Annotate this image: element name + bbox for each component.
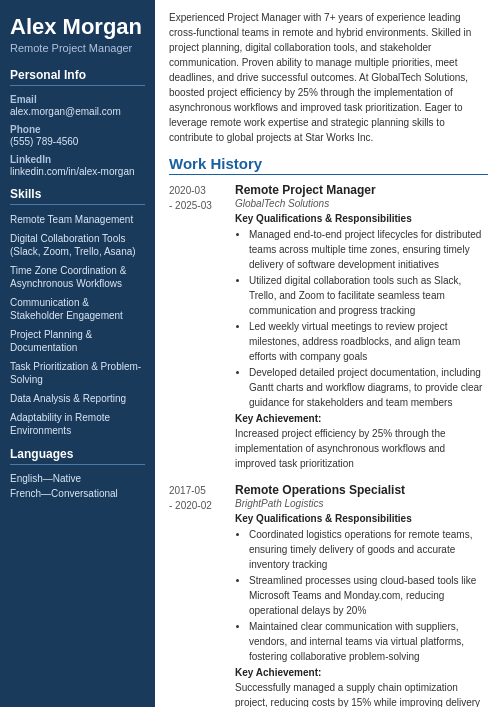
jobs-container: 2020-03 - 2025-03Remote Project ManagerG… <box>169 183 488 707</box>
responsibility-item: Utilized digital collaboration tools suc… <box>249 273 488 318</box>
job-title: Remote Operations Specialist <box>235 483 488 497</box>
candidate-name: Alex Morgan <box>10 14 145 40</box>
responsibility-item: Led weekly virtual meetings to review pr… <box>249 319 488 364</box>
summary-text: Experienced Project Manager with 7+ year… <box>169 10 488 145</box>
job-details: Remote Project ManagerGlobalTech Solutio… <box>235 183 488 473</box>
job-company: GlobalTech Solutions <box>235 198 488 209</box>
achievement-text: Increased project efficiency by 25% thro… <box>235 426 488 471</box>
responsibility-item: Maintained clear communication with supp… <box>249 619 488 664</box>
responsibility-item: Developed detailed project documentation… <box>249 365 488 410</box>
skill-item: Project Planning & Documentation <box>10 328 145 354</box>
achievement-label: Key Achievement: <box>235 413 488 424</box>
work-history-heading: Work History <box>169 155 488 175</box>
candidate-title: Remote Project Manager <box>10 42 145 54</box>
responsibility-item: Managed end-to-end project lifecycles fo… <box>249 227 488 272</box>
linkedin-value: linkedin.com/in/alex-morgan <box>10 166 145 177</box>
job-dates: 2017-05 - 2020-02 <box>169 483 227 707</box>
skill-item: Data Analysis & Reporting <box>10 392 145 405</box>
skill-item: Task Prioritization & Problem-Solving <box>10 360 145 386</box>
responsibilities-list: Managed end-to-end project lifecycles fo… <box>235 227 488 410</box>
linkedin-label: LinkedIn <box>10 154 145 165</box>
skill-item: Remote Team Management <box>10 213 145 226</box>
qualifications-label: Key Qualifications & Responsibilities <box>235 513 488 524</box>
qualifications-label: Key Qualifications & Responsibilities <box>235 213 488 224</box>
resume-container: Alex Morgan Remote Project Manager Perso… <box>0 0 500 707</box>
achievement-label: Key Achievement: <box>235 667 488 678</box>
languages-heading: Languages <box>10 447 145 465</box>
personal-info-heading: Personal Info <box>10 68 145 86</box>
email-value: alex.morgan@email.com <box>10 106 145 117</box>
skills-list: Remote Team ManagementDigital Collaborat… <box>10 213 145 437</box>
job-block: 2017-05 - 2020-02Remote Operations Speci… <box>169 483 488 707</box>
phone-label: Phone <box>10 124 145 135</box>
sidebar: Alex Morgan Remote Project Manager Perso… <box>0 0 155 707</box>
skill-item: Adaptability in Remote Environments <box>10 411 145 437</box>
skill-item: Communication & Stakeholder Engagement <box>10 296 145 322</box>
language-item: English—Native <box>10 473 145 484</box>
responsibility-item: Coordinated logistics operations for rem… <box>249 527 488 572</box>
languages-list: English—NativeFrench—Conversational <box>10 473 145 499</box>
phone-value: (555) 789-4560 <box>10 136 145 147</box>
job-company: BrightPath Logistics <box>235 498 488 509</box>
main-content: Experienced Project Manager with 7+ year… <box>155 0 500 707</box>
job-block: 2020-03 - 2025-03Remote Project ManagerG… <box>169 183 488 473</box>
responsibilities-list: Coordinated logistics operations for rem… <box>235 527 488 664</box>
achievement-text: Successfully managed a supply chain opti… <box>235 680 488 707</box>
job-details: Remote Operations SpecialistBrightPath L… <box>235 483 488 707</box>
job-dates: 2020-03 - 2025-03 <box>169 183 227 473</box>
skill-item: Digital Collaboration Tools (Slack, Zoom… <box>10 232 145 258</box>
language-item: French—Conversational <box>10 488 145 499</box>
email-label: Email <box>10 94 145 105</box>
job-title: Remote Project Manager <box>235 183 488 197</box>
skill-item: Time Zone Coordination & Asynchronous Wo… <box>10 264 145 290</box>
responsibility-item: Streamlined processes using cloud-based … <box>249 573 488 618</box>
skills-heading: Skills <box>10 187 145 205</box>
